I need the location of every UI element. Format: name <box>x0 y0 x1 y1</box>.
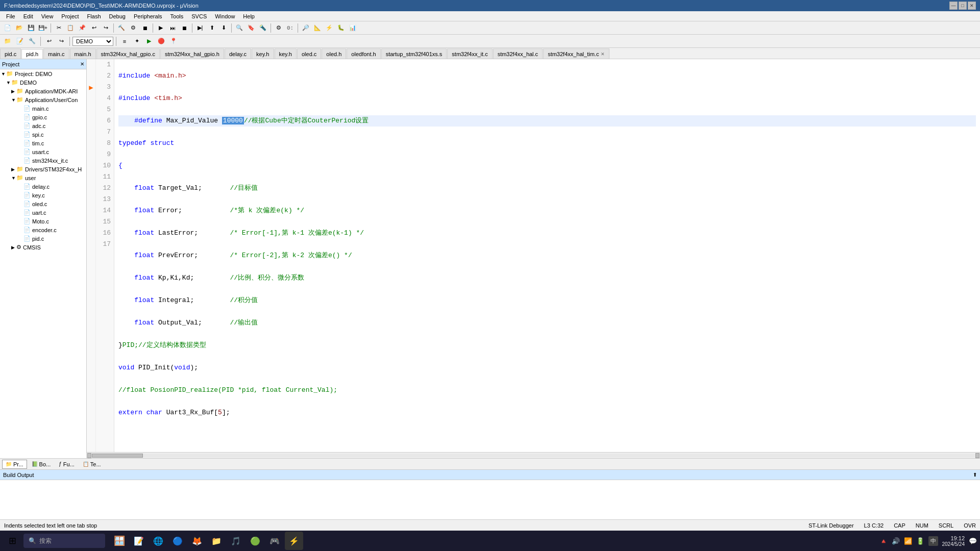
toolbar2-btn1[interactable]: 📁 <box>2 36 13 46</box>
taskbar-app-2[interactable]: 📝 <box>130 532 148 550</box>
settings-btn[interactable]: ⚙ <box>273 23 284 33</box>
close-button[interactable]: ✕ <box>968 2 976 10</box>
code-content[interactable]: #include <main.h> #include <tim.h> #defi… <box>114 59 980 452</box>
toolbar2-btn3[interactable]: 🔧 <box>27 36 38 46</box>
project-panel-close-icon[interactable]: ✕ <box>80 61 84 67</box>
tree-item-spi-c[interactable]: 📄 spi.c <box>0 130 86 139</box>
tab-templates[interactable]: 📋 Te... <box>79 460 105 469</box>
tab-oled-h[interactable]: oled.h <box>322 48 346 59</box>
toolbar2-btn7[interactable]: ✦ <box>131 36 142 46</box>
tree-item-delay-c[interactable]: 📄 delay.c <box>0 182 86 191</box>
tree-item-oled-c[interactable]: 📄 oled.c <box>0 199 86 208</box>
h-scrollbar[interactable] <box>87 452 980 458</box>
tab-pid-h[interactable]: pid.h <box>21 49 43 59</box>
new-button[interactable]: 📄 <box>2 23 13 33</box>
tree-item-user[interactable]: ▼ 📁 user <box>0 173 86 182</box>
tree-item-uart-c[interactable]: 📄 uart.c <box>0 208 86 217</box>
undo-button[interactable]: ↩ <box>88 23 100 33</box>
tray-icon-3[interactable]: 📶 <box>904 537 912 545</box>
toolbar2-btn6[interactable]: ≡ <box>119 36 130 46</box>
debug-btn[interactable]: 🐛 <box>335 23 347 33</box>
tab-stm32-gpio-h[interactable]: stm32f4xx_hal_gpio.h <box>160 48 224 59</box>
tab-stm32-it-c[interactable]: stm32f4xx_it.c <box>447 48 492 59</box>
open-button[interactable]: 📂 <box>14 23 25 33</box>
tree-item-adc-c[interactable]: 📄 adc.c <box>0 121 86 130</box>
copy-button[interactable]: 📋 <box>65 23 76 33</box>
search-btn[interactable]: 🔍 <box>234 23 245 33</box>
paste-button[interactable]: 📌 <box>77 23 88 33</box>
build-output-close-icon[interactable]: ⬆ <box>973 472 977 478</box>
tree-item-app-user[interactable]: ▼ 📁 Application/User/Con <box>0 95 86 104</box>
minimize-button[interactable]: — <box>949 2 958 10</box>
next-btn[interactable]: ⬆ <box>206 23 217 33</box>
tree-item-moto-c[interactable]: 📄 Moto.c <box>0 217 86 226</box>
menu-help[interactable]: Help <box>239 12 259 20</box>
debug-stop-button[interactable]: ⏹ <box>179 23 190 33</box>
menu-project[interactable]: Project <box>57 12 83 20</box>
tree-item-key-c[interactable]: 📄 key.c <box>0 191 86 199</box>
taskbar-app-10[interactable]: ⚡ <box>285 532 303 550</box>
maximize-button[interactable]: □ <box>959 2 967 10</box>
tree-item-root[interactable]: ▼ 📁 Project: DEMO <box>0 69 86 78</box>
save-all-button[interactable]: 💾+ <box>37 23 48 33</box>
tab-stm32-tim-c[interactable]: stm32f4xx_hal_tim.c✕ <box>543 48 609 59</box>
target-options-btn[interactable]: 📐 <box>312 23 323 33</box>
cut-button[interactable]: ✂ <box>53 23 64 33</box>
tab-project[interactable]: 📁 Pr... <box>2 460 27 469</box>
tab-startup[interactable]: startup_stm32f401xs.s <box>381 48 447 59</box>
menu-debug[interactable]: Debug <box>105 12 130 20</box>
misc-btn[interactable]: 📊 <box>347 23 358 33</box>
tray-notification[interactable]: 💬 <box>969 537 977 545</box>
debug-step-button[interactable]: ⏭ <box>167 23 178 33</box>
taskbar-search[interactable]: 🔍 搜索 <box>23 534 105 548</box>
taskbar-app-3[interactable]: 🌐 <box>149 532 167 550</box>
toolbar2-btn5[interactable]: ↪ <box>56 36 67 46</box>
menu-peripherals[interactable]: Peripherals <box>130 12 166 20</box>
menu-tools[interactable]: Tools <box>166 12 188 20</box>
taskbar-app-5[interactable]: 🦊 <box>188 532 206 550</box>
tab-stm32-gpio-c[interactable]: stm32f4xx_hal_gpio.c <box>96 48 160 59</box>
tab-close-icon[interactable]: ✕ <box>601 52 605 57</box>
menu-flash[interactable]: Flash <box>83 12 105 20</box>
taskbar-app-7[interactable]: 🎵 <box>227 532 245 550</box>
tree-item-drivers-hal[interactable]: ▶ 📁 Drivers/STM32F4xx_H <box>0 165 86 173</box>
taskbar-app-6[interactable]: 📁 <box>207 532 226 550</box>
tab-pid-c[interactable]: pid.c <box>0 48 21 59</box>
run-to-cursor-button[interactable]: ▶| <box>194 23 206 33</box>
tree-item-tim-c[interactable]: 📄 tim.c <box>0 139 86 147</box>
tray-clock[interactable]: 19:12 2024/5/24 <box>942 535 965 547</box>
flash-btn[interactable]: ⚡ <box>324 23 335 33</box>
target-selector[interactable]: DEMODEMO <box>72 37 113 46</box>
redo-button[interactable]: ↪ <box>100 23 111 33</box>
toolbar2-btn2[interactable]: 📝 <box>14 36 26 46</box>
bookmark-btn[interactable]: 🔖 <box>246 23 257 33</box>
tree-item-cmsis[interactable]: ▶ ⚙ CMSIS <box>0 243 86 252</box>
toolbar2-btn9[interactable]: 🔴 <box>156 36 167 46</box>
tree-item-app-mdk[interactable]: ▶ 📁 Application/MDK-ARI <box>0 87 86 95</box>
save-button[interactable]: 💾 <box>26 23 37 33</box>
tab-books[interactable]: 📗 Bo... <box>28 460 55 469</box>
tab-functions[interactable]: ƒ Fu... <box>55 460 78 469</box>
start-button[interactable]: ⊞ <box>3 532 21 550</box>
tab-oledfont-h[interactable]: oledfont.h <box>347 48 380 59</box>
menu-file[interactable]: File <box>2 12 19 20</box>
menu-view[interactable]: View <box>37 12 58 20</box>
taskbar-app-1[interactable]: 🪟 <box>110 532 129 550</box>
toolbar2-btn4[interactable]: ↩ <box>43 36 55 46</box>
toolbar2-btn10[interactable]: 📍 <box>168 36 179 46</box>
zoom-btn[interactable]: 🔎 <box>300 23 311 33</box>
stop-build-button[interactable]: ⏹ <box>139 23 151 33</box>
tree-item-demo[interactable]: ▼ 📁 DEMO <box>0 78 86 87</box>
taskbar-app-8[interactable]: 🟢 <box>246 532 264 550</box>
tray-icon-lang[interactable]: 中 <box>928 536 938 546</box>
tree-item-encoder-c[interactable]: 📄 encoder.c <box>0 226 86 234</box>
menu-edit[interactable]: Edit <box>19 12 37 20</box>
tree-item-stm32-it[interactable]: 📄 stm32f4xx_it.c <box>0 156 86 165</box>
build-button[interactable]: 🔨 <box>116 23 127 33</box>
find-btn[interactable]: 🔦 <box>257 23 268 33</box>
rebuild-button[interactable]: ⚙ <box>128 23 139 33</box>
taskbar-app-9[interactable]: 🎮 <box>265 532 284 550</box>
menu-window[interactable]: Window <box>211 12 239 20</box>
tree-item-pid-c[interactable]: 📄 pid.c <box>0 234 86 243</box>
debug-start-button[interactable]: ▶ <box>155 23 166 33</box>
